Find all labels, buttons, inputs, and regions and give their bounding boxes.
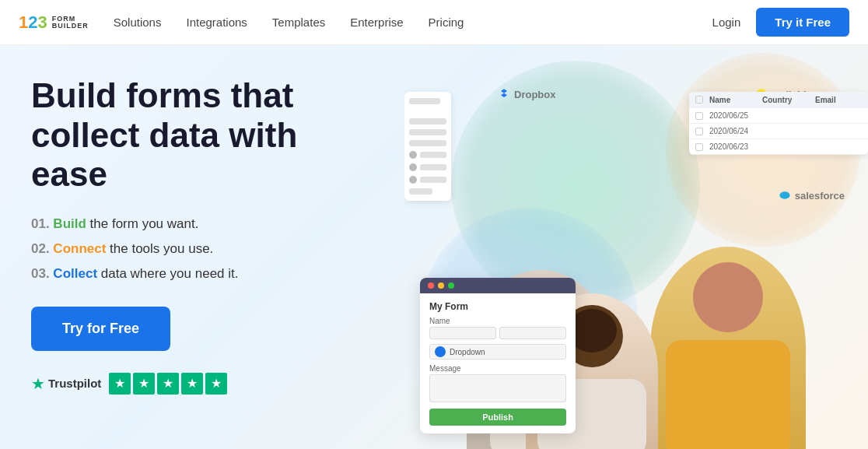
sidebar-row-2-bar — [420, 164, 446, 170]
dot-red — [428, 282, 434, 289]
form-name-row — [429, 327, 566, 339]
logo-builder-text: BUILDER — [52, 23, 89, 30]
form-last-input[interactable] — [499, 327, 566, 339]
nav-enterprise[interactable]: Enterprise — [350, 16, 403, 29]
cta-try-free-button[interactable]: Try for Free — [31, 307, 170, 351]
table-row-3: 2020/06/23 — [689, 139, 868, 155]
table-row-2-check[interactable] — [695, 128, 703, 135]
star-5: ★ — [205, 373, 227, 395]
sidebar-bar-3 — [409, 129, 446, 135]
step-1: 01. Build the form you want. — [31, 216, 373, 232]
sidebar-bar-4 — [409, 140, 446, 146]
table-row-1: 2020/06/25 — [689, 108, 868, 124]
svg-point-8 — [703, 266, 753, 313]
table-col-email: Email — [815, 96, 862, 104]
dropdown-label: Dropdown — [450, 348, 485, 356]
sidebar-icon-2 — [409, 163, 417, 171]
table-col-country: Country — [762, 96, 809, 104]
logo-2: 2 — [28, 12, 37, 32]
data-table-mockup: Name Country Email 2020/06/25 2020/06/24… — [689, 92, 868, 155]
form-mockup-title: My Form — [429, 301, 566, 312]
sidebar-builder-mockup — [404, 92, 451, 201]
header: 123 FORM BUILDER Solutions Integrations … — [0, 0, 868, 45]
dropdown-icon — [435, 346, 446, 357]
header-right: Login Try it Free — [712, 8, 849, 37]
trustpilot-name: Trustpilot — [48, 377, 101, 390]
table-row-1-check[interactable] — [695, 112, 703, 120]
sidebar-bar-1 — [409, 98, 440, 104]
form-first-input[interactable] — [429, 327, 496, 339]
salesforce-logo: salesforce — [779, 189, 845, 202]
sidebar-row-3-bar — [420, 177, 446, 183]
step-1-rest: the form you want. — [86, 216, 199, 231]
trustpilot-stars: ★ ★ ★ ★ ★ — [109, 373, 227, 395]
trustpilot-logo: ★ Trustpilot — [31, 374, 101, 393]
hero-section: Build forms that collect data with ease … — [0, 45, 868, 449]
sidebar-bar-bottom — [409, 188, 432, 195]
star-4: ★ — [181, 373, 203, 395]
table-header-check — [695, 96, 703, 103]
salesforce-label: salesforce — [795, 190, 845, 202]
table-row-2: 2020/06/24 — [689, 124, 868, 139]
form-name-label: Name — [429, 317, 566, 325]
hero-title: Build forms that collect data with ease — [31, 76, 373, 195]
hero-right: Dropbox mailchimp WiX.com salesforce — [404, 45, 868, 449]
main-nav: Solutions Integrations Templates Enterpr… — [114, 16, 712, 29]
sidebar-icon-3 — [409, 176, 417, 184]
star-2: ★ — [133, 373, 155, 395]
star-1: ★ — [109, 373, 131, 395]
dot-green — [448, 282, 454, 289]
step-3-num: 03. — [31, 266, 53, 281]
logo-numbers: 123 — [19, 12, 47, 33]
form-publish-button[interactable]: Publish — [429, 409, 566, 426]
sidebar-row-3 — [409, 176, 446, 184]
step-3: 03. Collect data where you need it. — [31, 266, 373, 282]
nav-templates[interactable]: Templates — [272, 16, 325, 29]
table-row-3-date: 2020/06/23 — [709, 142, 756, 151]
logo-text: FORM BUILDER — [52, 16, 89, 30]
sidebar-spacer — [409, 109, 446, 114]
form-mockup-header — [420, 278, 576, 293]
dropbox-label: Dropbox — [514, 89, 555, 100]
form-message-label: Message — [429, 364, 566, 373]
nav-solutions[interactable]: Solutions — [114, 16, 162, 29]
hero-left: Build forms that collect data with ease … — [0, 45, 404, 449]
nav-integrations[interactable]: Integrations — [186, 16, 247, 29]
table-row-1-date: 2020/06/25 — [709, 111, 756, 120]
step-2-keyword: Connect — [53, 241, 106, 256]
svg-point-1 — [779, 191, 789, 198]
step-2-rest: the tools you use. — [106, 241, 213, 256]
logo-3: 3 — [38, 12, 47, 32]
table-row-2-date: 2020/06/24 — [709, 127, 756, 135]
trustpilot-star-icon: ★ — [31, 374, 45, 393]
form-textarea[interactable] — [429, 374, 566, 402]
sidebar-row-2 — [409, 163, 446, 171]
try-free-button[interactable]: Try it Free — [756, 8, 849, 37]
table-header-row: Name Country Email — [689, 92, 868, 108]
person-2 — [650, 247, 806, 449]
svg-rect-7 — [666, 340, 790, 449]
step-2-num: 02. — [31, 241, 53, 256]
step-1-num: 01. — [31, 216, 53, 231]
dot-yellow — [438, 282, 444, 289]
form-mockup-body: My Form Name Dropdown Message Publish — [420, 293, 576, 433]
nav-pricing[interactable]: Pricing — [429, 16, 464, 29]
logo-1: 1 — [19, 12, 28, 32]
sidebar-icon-1 — [409, 151, 417, 159]
form-dropdown-field[interactable]: Dropdown — [429, 344, 566, 360]
step-3-keyword: Collect — [53, 266, 97, 281]
step-1-keyword: Build — [53, 216, 86, 231]
login-button[interactable]: Login — [712, 16, 741, 29]
dropbox-logo: Dropbox — [498, 88, 555, 100]
form-builder-mockup: My Form Name Dropdown Message Publish — [420, 278, 576, 433]
hero-steps: 01. Build the form you want. 02. Connect… — [31, 216, 373, 282]
sidebar-bar-2 — [409, 118, 446, 125]
sidebar-row-1 — [409, 151, 446, 159]
logo[interactable]: 123 FORM BUILDER — [19, 12, 89, 33]
sidebar-row-1-bar — [420, 152, 446, 158]
step-2: 02. Connect the tools you use. — [31, 241, 373, 257]
table-col-name: Name — [709, 96, 756, 104]
star-3: ★ — [157, 373, 179, 395]
trustpilot-section: ★ Trustpilot ★ ★ ★ ★ ★ — [31, 373, 373, 395]
table-row-3-check[interactable] — [695, 143, 703, 151]
